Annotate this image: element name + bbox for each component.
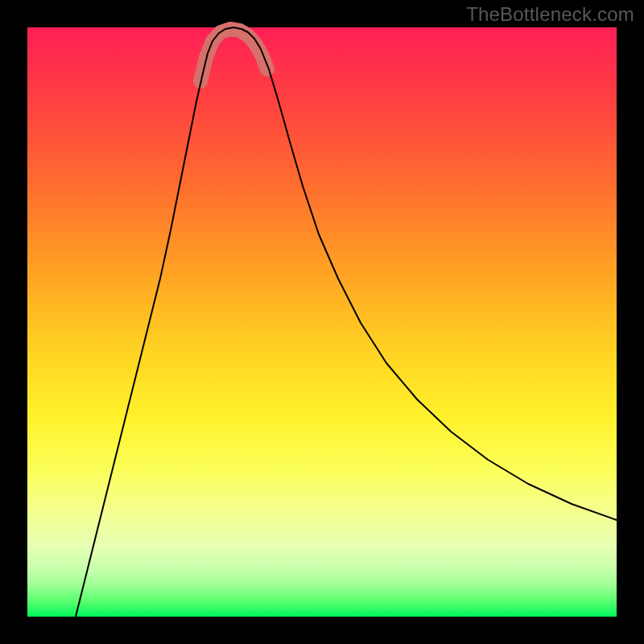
bottleneck-curve-path: [76, 27, 617, 617]
chart-plot-area: [27, 27, 617, 617]
chart-svg: [27, 27, 617, 617]
highlight-band-path: [200, 29, 267, 81]
watermark-text: TheBottleneck.com: [466, 3, 634, 26]
chart-frame: TheBottleneck.com: [0, 0, 644, 644]
